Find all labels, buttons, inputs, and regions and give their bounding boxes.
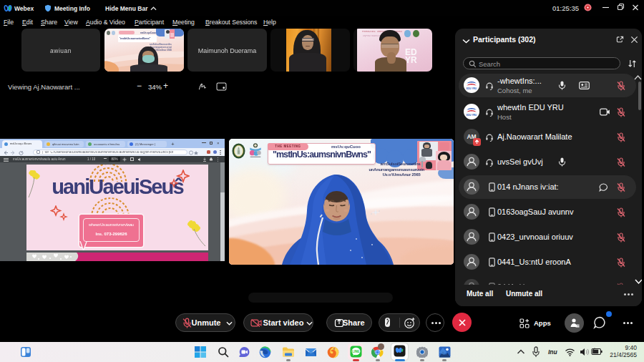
svg-text:LINE: LINE: [352, 350, 359, 353]
svg-text:EDU YRU: EDU YRU: [467, 113, 477, 116]
svg-text:EDU YRU: EDU YRU: [467, 87, 477, 90]
